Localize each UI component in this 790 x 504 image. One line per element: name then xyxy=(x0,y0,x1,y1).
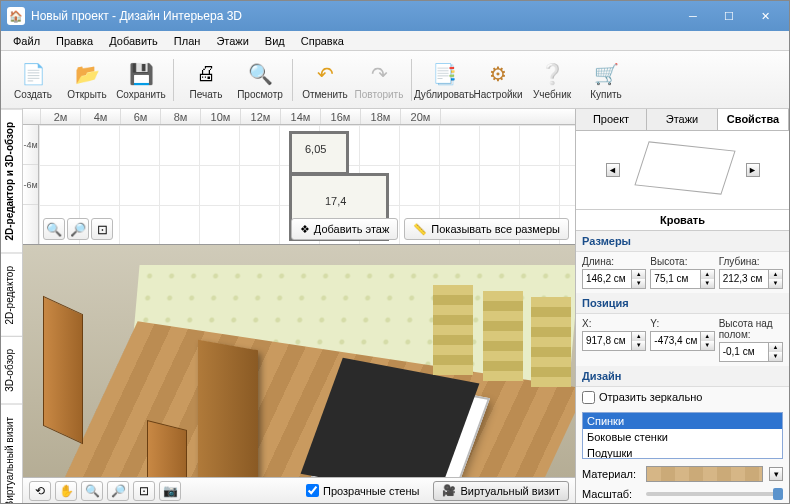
material-swatch[interactable] xyxy=(646,466,763,482)
plan-2d-canvas[interactable]: 6,05 17,4 🔍 🔎 ⊡ ❖Добавить этаж 📏Показыва… xyxy=(39,125,575,244)
menu-floors[interactable]: Этажи xyxy=(208,33,256,49)
virtual-visit-button[interactable]: 🎥 Виртуальный визит xyxy=(433,481,569,501)
list-item[interactable]: Подушки xyxy=(583,445,782,459)
properties-panel: Проект Этажи Свойства ◄ ► Кровать Размер… xyxy=(575,109,789,503)
tb-open[interactable]: 📂Открыть xyxy=(61,55,113,105)
menu-file[interactable]: Файл xyxy=(5,33,48,49)
vtab-3d[interactable]: 3D-обзор xyxy=(1,336,22,404)
prev-object-button[interactable]: ◄ xyxy=(606,163,620,177)
pan-button[interactable]: ✋ xyxy=(55,481,77,501)
preview-icon: 🔍 xyxy=(246,60,274,88)
tb-preview[interactable]: 🔍Просмотр xyxy=(234,55,286,105)
zoom-in-button[interactable]: 🔍 xyxy=(43,218,65,240)
tb-undo[interactable]: ↶Отменить xyxy=(299,55,351,105)
rtab-properties[interactable]: Свойства xyxy=(718,109,789,130)
height-input[interactable] xyxy=(651,270,699,288)
pos-x-spinner[interactable]: ▲▼ xyxy=(631,332,645,350)
depth-input[interactable] xyxy=(720,270,768,288)
left-tab-strip: 2D-редактор и 3D-обзор 2D-редактор 3D-об… xyxy=(1,109,23,503)
pos-y-input[interactable] xyxy=(651,332,699,350)
separator xyxy=(292,59,293,101)
list-item[interactable]: Боковые стенки xyxy=(583,429,782,445)
mirror-checkbox[interactable] xyxy=(582,391,595,404)
menu-add[interactable]: Добавить xyxy=(101,33,166,49)
zoom-out-3d-button[interactable]: 🔎 xyxy=(107,481,129,501)
object-name: Кровать xyxy=(576,210,789,231)
tb-new[interactable]: 📄Создать xyxy=(7,55,59,105)
separator xyxy=(411,59,412,101)
tb-settings[interactable]: ⚙Настройки xyxy=(472,55,524,105)
minimize-button[interactable]: ─ xyxy=(675,4,711,28)
transparent-walls-checkbox[interactable] xyxy=(306,484,319,497)
next-object-button[interactable]: ► xyxy=(746,163,760,177)
undo-icon: ↶ xyxy=(311,60,339,88)
bottom-toolbar: ⟲ ✋ 🔍 🔎 ⊡ 📷 Прозрачные стены 🎥 Виртуальн… xyxy=(23,477,575,503)
scale-slider[interactable] xyxy=(646,492,783,496)
menu-plan[interactable]: План xyxy=(166,33,209,49)
menu-help[interactable]: Справка xyxy=(293,33,352,49)
pos-floor-input[interactable] xyxy=(720,343,768,361)
room-area-label: 17,4 xyxy=(325,195,346,207)
length-spinner[interactable]: ▲▼ xyxy=(631,270,645,288)
wardrobe-3d[interactable] xyxy=(198,340,258,477)
maximize-button[interactable]: ☐ xyxy=(711,4,747,28)
save-icon: 💾 xyxy=(127,60,155,88)
pos-floor-spinner[interactable]: ▲▼ xyxy=(768,343,782,361)
add-floor-button[interactable]: ❖Добавить этаж xyxy=(291,218,398,240)
zoom-fit-3d-button[interactable]: ⊡ xyxy=(133,481,155,501)
redo-icon: ↷ xyxy=(365,60,393,88)
object-preview: ◄ ► xyxy=(576,131,789,210)
open-icon: 📂 xyxy=(73,60,101,88)
menu-view[interactable]: Вид xyxy=(257,33,293,49)
camera-button[interactable]: 📷 xyxy=(159,481,181,501)
duplicate-icon: 📑 xyxy=(430,60,458,88)
tb-tutorial[interactable]: ❔Учебник xyxy=(526,55,578,105)
print-icon: 🖨 xyxy=(192,60,220,88)
zoom-in-3d-button[interactable]: 🔍 xyxy=(81,481,103,501)
close-button[interactable]: ✕ xyxy=(747,4,783,28)
toolbar: 📄Создать 📂Открыть 💾Сохранить 🖨Печать 🔍Пр… xyxy=(1,51,789,109)
vtab-visit[interactable]: Виртуальный визит xyxy=(1,404,22,504)
tb-duplicate[interactable]: 📑Дублировать xyxy=(418,55,470,105)
length-input[interactable] xyxy=(583,270,631,288)
show-all-dims-button[interactable]: 📏Показывать все размеры xyxy=(404,218,569,240)
gear-icon: ⚙ xyxy=(484,60,512,88)
menu-edit[interactable]: Правка xyxy=(48,33,101,49)
tb-redo[interactable]: ↷Повторить xyxy=(353,55,405,105)
menu-bar: Файл Правка Добавить План Этажи Вид Спра… xyxy=(1,31,789,51)
pos-y-spinner[interactable]: ▲▼ xyxy=(700,332,714,350)
tb-save[interactable]: 💾Сохранить xyxy=(115,55,167,105)
material-picker-button[interactable]: ▾ xyxy=(769,467,783,481)
camera-icon: 🎥 xyxy=(442,484,456,497)
rotate360-button[interactable]: ⟲ xyxy=(29,481,51,501)
bed-3d[interactable] xyxy=(306,372,490,477)
transparent-walls-label: Прозрачные стены xyxy=(323,485,419,497)
separator xyxy=(173,59,174,101)
rtab-project[interactable]: Проект xyxy=(576,109,647,130)
ruler-icon: 📏 xyxy=(413,223,427,236)
help-icon: ❔ xyxy=(538,60,566,88)
app-icon: 🏠 xyxy=(7,7,25,25)
zoom-out-button[interactable]: 🔎 xyxy=(67,218,89,240)
section-position: Позиция xyxy=(576,293,789,314)
list-item[interactable]: Спинки xyxy=(583,413,782,429)
section-design: Дизайн xyxy=(576,366,789,387)
height-spinner[interactable]: ▲▼ xyxy=(700,270,714,288)
zoom-fit-button[interactable]: ⊡ xyxy=(91,218,113,240)
depth-spinner[interactable]: ▲▼ xyxy=(768,270,782,288)
view-3d-canvas[interactable] xyxy=(23,245,575,477)
vtab-2d3d[interactable]: 2D-редактор и 3D-обзор xyxy=(1,109,22,253)
room-area-label: 6,05 xyxy=(305,143,326,155)
ruler-horizontal: 2м4м6м8м10м12м14м16м18м20м xyxy=(23,109,575,125)
tb-print[interactable]: 🖨Печать xyxy=(180,55,232,105)
rtab-floors[interactable]: Этажи xyxy=(647,109,718,130)
mirror-label: Отразить зеркально xyxy=(599,391,702,403)
section-dimensions: Размеры xyxy=(576,231,789,252)
new-icon: 📄 xyxy=(19,60,47,88)
parts-listbox[interactable]: Спинки Боковые стенки Подушки xyxy=(582,412,783,459)
pos-x-input[interactable] xyxy=(583,332,631,350)
material-label: Материал: xyxy=(582,468,640,480)
tb-buy[interactable]: 🛒Купить xyxy=(580,55,632,105)
vtab-2d[interactable]: 2D-редактор xyxy=(1,253,22,337)
layers-icon: ❖ xyxy=(300,223,310,236)
